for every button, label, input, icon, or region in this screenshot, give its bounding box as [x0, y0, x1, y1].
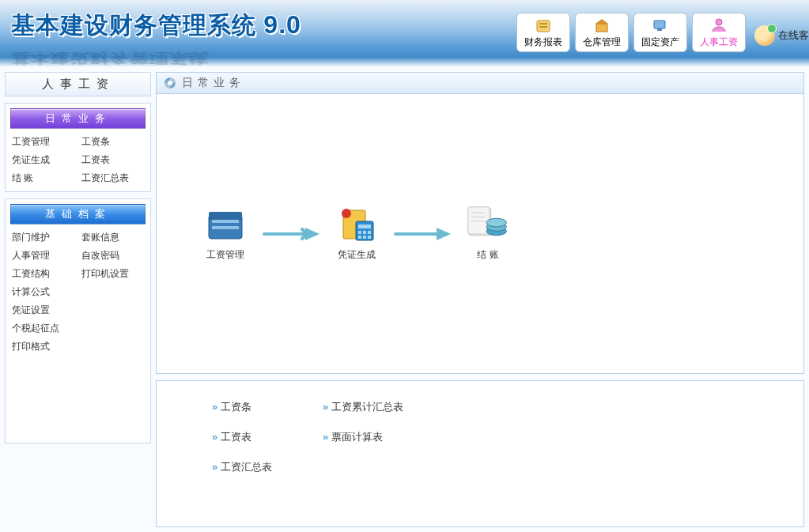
panel-quick-links: »工资条 »工资累计汇总表 »工资表 »票面计算表 »工资汇总表 — [156, 380, 804, 527]
svg-rect-2 — [539, 26, 547, 28]
sidebar-item-voucher-set[interactable]: 凭证设置 — [12, 304, 75, 317]
svg-point-14 — [342, 209, 351, 218]
sidebar-item-printer[interactable]: 打印机设置 — [81, 267, 145, 281]
nav-label: 仓库管理 — [583, 36, 621, 49]
app-title: 基本建设财务管理系统 9.0 — [0, 0, 301, 42]
sidebar-blank — [81, 340, 145, 353]
svg-point-31 — [486, 218, 506, 227]
link-salary-table[interactable]: »工资表 — [212, 430, 315, 444]
svg-rect-19 — [368, 231, 371, 234]
sidebar-title: 人事工资 — [5, 72, 151, 96]
svg-rect-17 — [358, 231, 361, 234]
flow-node-settle[interactable]: 结 账 — [467, 206, 509, 262]
svg-point-7 — [716, 19, 722, 25]
svg-rect-1 — [539, 23, 547, 25]
gear-icon — [164, 77, 176, 89]
flow-label: 工资管理 — [206, 248, 244, 262]
nav-financial-report[interactable]: 财务报表 — [516, 13, 570, 52]
settle-coins-icon — [467, 206, 509, 243]
avatar-icon — [754, 25, 775, 46]
link-blank — [323, 460, 465, 474]
sidebar-blank — [81, 285, 145, 299]
asset-icon — [651, 17, 670, 34]
svg-marker-23 — [437, 228, 451, 240]
sidebar-item-print-format[interactable]: 打印格式 — [12, 340, 75, 353]
panel-title: 日常业务 — [182, 76, 245, 90]
online-status[interactable]: 在线客 — [754, 25, 809, 46]
svg-rect-3 — [596, 24, 607, 32]
svg-rect-18 — [363, 231, 366, 234]
svg-rect-21 — [363, 236, 366, 239]
sidebar-item-hr-mgmt[interactable]: 人事管理 — [12, 249, 75, 262]
flow-label: 结 账 — [477, 248, 498, 262]
svg-marker-4 — [595, 19, 608, 24]
link-salary-summary[interactable]: »工资汇总表 — [212, 460, 315, 474]
nav-hr-salary[interactable]: 人事工资 — [692, 13, 746, 52]
nav-warehouse[interactable]: 仓库管理 — [575, 13, 629, 52]
main-content: 日常业务 工资管理 — [156, 67, 809, 532]
group-header-archive[interactable]: 基础档案 — [10, 204, 146, 224]
link-payslip[interactable]: »工资条 — [212, 400, 315, 414]
svg-rect-25 — [468, 207, 490, 234]
svg-marker-12 — [305, 228, 319, 240]
panel-header: 日常业务 — [157, 73, 803, 94]
flow-node-salary[interactable]: 工资管理 — [204, 206, 247, 262]
app-title-reflection: 基本建设财务管理系统 — [11, 50, 209, 67]
link-cumulative-summary[interactable]: »工资累计汇总表 — [323, 400, 465, 414]
svg-rect-22 — [368, 236, 371, 239]
workflow: 工资管理 — [157, 94, 803, 373]
svg-rect-16 — [358, 224, 371, 228]
sidebar-item-account-info[interactable]: 套账信息 — [81, 231, 145, 244]
svg-rect-9 — [209, 212, 242, 220]
sidebar-item-salary-summary[interactable]: 工资汇总表 — [81, 172, 145, 185]
sidebar: 人事工资 日常业务 工资管理 工资条 凭证生成 工资表 结 账 工资汇总表 基础… — [0, 67, 156, 532]
sidebar-blank — [81, 322, 145, 335]
warehouse-icon — [592, 17, 611, 34]
hr-icon — [709, 17, 728, 34]
svg-rect-6 — [657, 28, 662, 31]
sidebar-item-salary-struct[interactable]: 工资结构 — [12, 267, 75, 281]
sidebar-item-formula[interactable]: 计算公式 — [12, 285, 75, 299]
arrow-icon — [263, 228, 319, 240]
flow-node-voucher[interactable]: 凭证生成 — [335, 206, 378, 262]
sidebar-item-dept[interactable]: 部门维护 — [12, 231, 75, 244]
nav-label: 人事工资 — [700, 36, 738, 49]
app-header: 基本建设财务管理系统 9.0 基本建设财务管理系统 财务报表 仓库管理 固定资产 — [0, 0, 809, 67]
sidebar-item-payslip[interactable]: 工资条 — [81, 135, 145, 149]
svg-rect-11 — [212, 226, 239, 229]
body: 人事工资 日常业务 工资管理 工资条 凭证生成 工资表 结 账 工资汇总表 基础… — [0, 67, 809, 532]
sidebar-group-archive: 基础档案 部门维护 套账信息 人事管理 自改密码 工资结构 打印机设置 计算公式… — [5, 198, 151, 443]
sidebar-group-daily: 日常业务 工资管理 工资条 凭证生成 工资表 结 账 工资汇总表 — [5, 103, 151, 192]
sidebar-blank — [81, 304, 145, 317]
sidebar-item-settlement[interactable]: 结 账 — [12, 172, 75, 185]
svg-rect-20 — [358, 236, 361, 239]
online-label: 在线客 — [778, 28, 809, 43]
sidebar-item-salary-mgmt[interactable]: 工资管理 — [12, 135, 75, 149]
svg-rect-5 — [654, 21, 665, 28]
sidebar-item-voucher-gen[interactable]: 凭证生成 — [12, 153, 75, 167]
nav-label: 固定资产 — [641, 36, 679, 49]
group-header-daily[interactable]: 日常业务 — [10, 108, 146, 129]
top-nav: 财务报表 仓库管理 固定资产 人事工资 — [516, 13, 746, 52]
salary-folder-icon — [204, 206, 247, 243]
flow-label: 凭证生成 — [338, 248, 376, 262]
report-icon — [534, 17, 553, 34]
arrow-icon — [394, 228, 451, 240]
link-face-calc[interactable]: »票面计算表 — [323, 430, 465, 444]
sidebar-item-change-pwd[interactable]: 自改密码 — [81, 249, 145, 262]
sidebar-item-tax-threshold[interactable]: 个税起征点 — [12, 322, 75, 335]
sidebar-item-salary-table[interactable]: 工资表 — [81, 153, 145, 167]
nav-fixed-asset[interactable]: 固定资产 — [633, 13, 687, 52]
svg-rect-10 — [212, 220, 239, 223]
panel-daily-business: 日常业务 工资管理 — [156, 72, 804, 374]
voucher-calc-icon — [335, 206, 378, 243]
nav-label: 财务报表 — [524, 36, 562, 49]
